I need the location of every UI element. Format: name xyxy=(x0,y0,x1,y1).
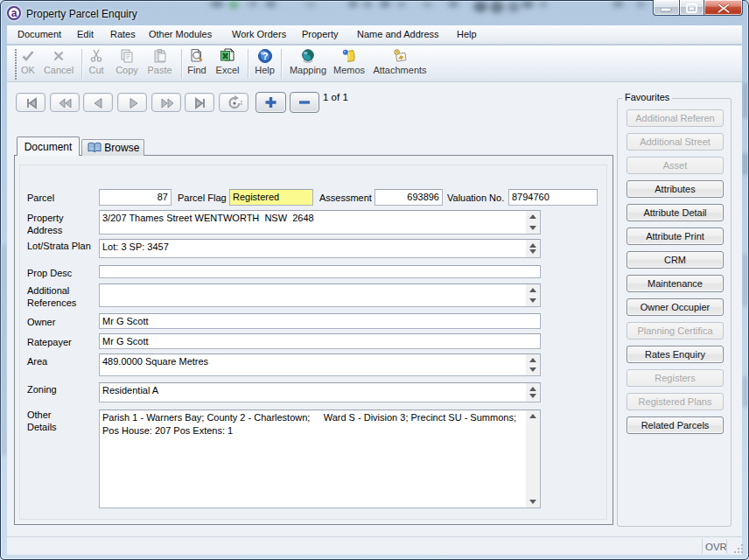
svg-text:?: ? xyxy=(262,51,268,61)
